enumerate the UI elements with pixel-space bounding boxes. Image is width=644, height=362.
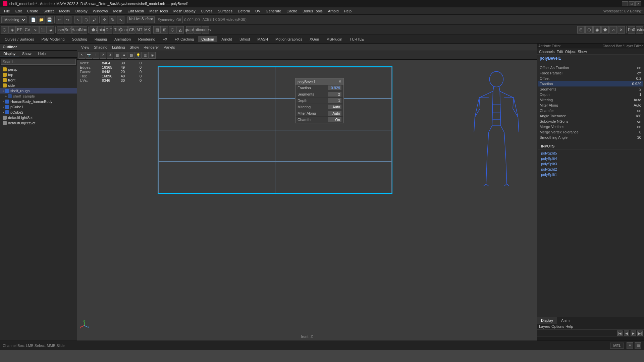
btab-display[interactable]: Display <box>537 317 557 324</box>
vp-xray-icon[interactable]: ◫ <box>142 52 149 59</box>
ch-show[interactable]: Show <box>578 50 587 54</box>
tree-item-shelf-sample[interactable]: ▸ shelf_sample <box>0 94 77 99</box>
shelf-icon-11[interactable]: Nrm <box>80 26 87 34</box>
cb-merge-vert-tol-val[interactable]: 0 <box>639 130 641 134</box>
outliner-tab-display[interactable]: Display <box>0 51 19 57</box>
shelf-icon-2[interactable]: ◈ <box>8 26 16 34</box>
menu-curves[interactable]: Curves <box>198 8 215 14</box>
vp-menu-view[interactable]: View <box>79 45 91 50</box>
tab-turtle[interactable]: TURTLE <box>346 36 367 42</box>
vp-solid-icon[interactable]: ■ <box>121 52 127 59</box>
tree-item-side[interactable]: side <box>0 83 77 88</box>
lasso-icon[interactable]: ⬡ <box>83 16 90 23</box>
shelf-icon-6[interactable]: ⬛ <box>39 26 47 34</box>
paint-icon[interactable]: 🖌 <box>91 16 98 23</box>
vp-mode2-icon[interactable]: 2 <box>100 52 106 59</box>
cb-offset-fraction-val[interactable]: on <box>637 66 641 70</box>
tab-custom[interactable]: Custom <box>198 36 217 42</box>
cb-depth-val[interactable]: 1 <box>639 93 641 97</box>
redo-icon[interactable]: ↪ <box>64 16 71 23</box>
bevel-window-title[interactable]: polyBevel1 ✕ <box>296 78 343 85</box>
right-icon-1[interactable]: ⊞ <box>577 26 585 34</box>
right-icon-6[interactable]: ✕ <box>618 26 625 34</box>
shelf-icon-5[interactable]: ∿ <box>32 26 39 34</box>
bevel-close-icon[interactable]: ✕ <box>338 79 341 84</box>
cb-miter-along-val[interactable]: Auto <box>634 103 641 107</box>
tab-motion-graphics[interactable]: Motion Graphics <box>272 36 306 42</box>
new-scene-icon[interactable]: 📄 <box>30 16 37 23</box>
tree-item-pcube2[interactable]: ▸ pCube2 <box>0 110 77 115</box>
maximize-button[interactable]: □ <box>629 1 635 6</box>
shelf-icon-18[interactable]: MT <box>136 26 143 34</box>
shelf-icon-7[interactable]: ⬙ <box>47 26 54 34</box>
menu-edit-mesh[interactable]: Edit Mesh <box>125 8 147 14</box>
vp-menu-panels[interactable]: Panels <box>162 45 177 50</box>
window-controls[interactable]: — □ ✕ <box>622 1 641 6</box>
tab-rigging[interactable]: Rigging <box>91 36 110 42</box>
cb-smoothing-val[interactable]: 30 <box>637 135 641 139</box>
nav-next-icon[interactable]: ▶ <box>631 330 636 336</box>
menu-bonus[interactable]: Bonus Tools <box>300 8 325 14</box>
shelf-icon-24[interactable]: graph <box>186 26 194 34</box>
cb-mitering-val[interactable]: Auto <box>634 98 641 102</box>
cb-chamfer-val[interactable]: on <box>637 109 641 113</box>
select-icon[interactable]: ↖ <box>74 16 82 23</box>
right-icon-4[interactable]: ⬟ <box>601 26 609 34</box>
shelf-icon-19[interactable]: MK <box>144 26 151 34</box>
input-polysplit2[interactable]: polySplit2 <box>538 167 643 172</box>
input-polysplit5[interactable]: polySplit5 <box>538 150 643 156</box>
viewport-canvas[interactable]: Verts: 8464 30 0 Edges: 16365 49 0 Faces… <box>77 60 537 341</box>
shelf-icon-4[interactable]: CV <box>24 26 31 34</box>
outliner-tab-help[interactable]: Help <box>35 51 49 57</box>
shelf-icon-22[interactable]: ⬡ <box>169 26 176 34</box>
vp-light-icon[interactable]: 💡 <box>135 52 142 59</box>
vp-camera-icon[interactable]: 📷 <box>86 52 92 59</box>
ch-object[interactable]: Object <box>565 50 576 54</box>
shelf-icon-21[interactable]: ⊞ <box>161 26 168 34</box>
rotate-icon[interactable]: ↻ <box>109 16 116 23</box>
layer-tab-options[interactable]: Options <box>551 324 564 328</box>
right-icon-8[interactable]: Custom <box>636 26 643 34</box>
shelf-icon-20[interactable]: ▤ <box>153 26 161 34</box>
close-button[interactable]: ✕ <box>635 1 641 6</box>
btab-anim[interactable]: Anim <box>557 317 574 324</box>
tree-item-defaultlightset[interactable]: defaultLightSet <box>0 115 77 120</box>
menu-mesh-display[interactable]: Mesh Display <box>171 8 198 14</box>
right-icon-2[interactable]: ⬡ <box>585 26 593 34</box>
tab-sculpting[interactable]: Sculpting <box>69 36 91 42</box>
statusbar-icon-2[interactable]: ▤ <box>635 342 641 349</box>
outliner-search-area[interactable] <box>0 58 77 66</box>
bevel-depth-value[interactable]: 1 <box>328 98 341 103</box>
horizontal-scrollbar[interactable] <box>537 337 644 341</box>
vp-menu-renderer[interactable]: Renderer <box>142 45 161 50</box>
menu-create[interactable]: Create <box>24 8 41 14</box>
menu-edit[interactable]: Edit <box>13 8 24 14</box>
tab-msplugin[interactable]: MSPlugin <box>323 36 345 42</box>
shelf-icon-13[interactable]: Union <box>97 26 105 34</box>
no-live-surface-btn[interactable]: No Live Surface <box>127 16 155 23</box>
nav-last-icon[interactable]: ▶| <box>637 330 643 336</box>
bevel-segments-value[interactable]: 2 <box>328 92 341 97</box>
tree-item-persp[interactable]: persp <box>0 67 77 72</box>
vp-menu-lighting[interactable]: Lighting <box>110 45 127 50</box>
tree-item-pcube1[interactable]: ▸ pCube1 <box>0 104 77 110</box>
vp-menu-show[interactable]: Show <box>128 45 141 50</box>
tab-fx-caching[interactable]: FX Caching <box>171 36 197 42</box>
shelf-icon-3[interactable]: EP <box>16 26 23 34</box>
minimize-button[interactable]: — <box>622 1 628 6</box>
tree-item-shelf-rough[interactable]: ▸ shelf_rough <box>0 88 77 94</box>
input-polysplit3[interactable]: polySplit3 <box>538 161 643 167</box>
cb-offset-val[interactable]: 0.2 <box>636 76 641 80</box>
shelf-icon-10[interactable]: Hard <box>72 26 79 34</box>
tree-item-front[interactable]: front <box>0 77 77 83</box>
menu-select[interactable]: Select <box>41 8 57 14</box>
menu-mesh[interactable]: Mesh <box>110 8 125 14</box>
cb-segments-val[interactable]: 2 <box>639 87 641 91</box>
right-icon-3[interactable]: ◉ <box>593 26 601 34</box>
tab-arnold[interactable]: Arnold <box>218 36 235 42</box>
menu-help[interactable]: Help <box>341 8 355 14</box>
menu-mesh-tools[interactable]: Mesh Tools <box>147 8 170 14</box>
layer-tab-help[interactable]: Help <box>566 324 573 328</box>
shelf-icon-8[interactable]: Insert <box>57 26 64 34</box>
menu-generate[interactable]: Generate <box>263 8 284 14</box>
